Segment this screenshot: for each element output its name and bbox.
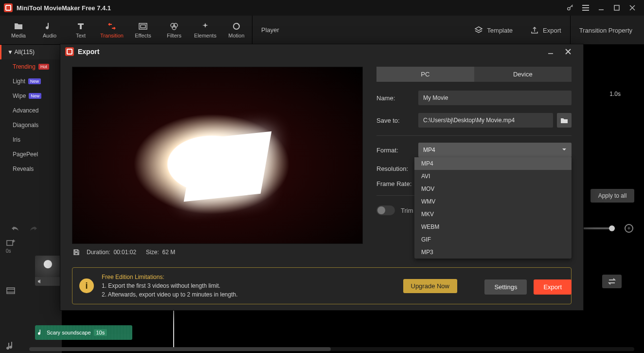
folder-icon [13,22,24,31]
filters-icon [169,22,179,31]
audio-clip-duration: 10s [94,329,107,336]
undo-icon[interactable] [11,225,19,232]
preview-meta: Duration: 00:01:02 Size: 62 M [72,244,363,260]
chevron-down-icon [561,146,568,153]
segment-pc[interactable]: PC [376,67,474,82]
limitations-line2: 2. Afterwards, export video up to 2 minu… [102,290,238,299]
audio-clip[interactable]: Scary soundscape 10s [35,325,132,340]
tab-filters[interactable]: Filters [159,16,190,44]
sidebar-item-wipe[interactable]: WipeNew [0,89,62,103]
svg-rect-9 [7,288,15,294]
export-button-top[interactable]: Export [521,16,570,45]
redo-icon[interactable] [29,225,38,232]
sidebar-item-trending[interactable]: TrendingHot [0,59,62,74]
transition-icon [107,22,117,31]
format-option-mkv[interactable]: MKV [414,208,572,221]
name-input[interactable] [418,91,572,105]
effects-icon [138,22,148,31]
format-option-mp3[interactable]: MP3 [414,246,572,259]
audio-track-icon [6,341,16,351]
sidebar-item-pagepeel[interactable]: PagePeel [0,147,62,162]
app-logo-icon [4,3,13,12]
svg-rect-8 [7,241,13,245]
tab-audio[interactable]: Audio [34,16,65,44]
export-dialog: Export Duration: 00:01:02 Size: 62 M PC … [60,44,584,311]
sparkle-icon [200,22,211,31]
audio-clip-name: Scary soundscape [47,330,91,335]
badge: New [28,78,41,84]
trim-label: Trim [401,207,413,214]
maximize-icon[interactable] [609,0,625,16]
hamburger-icon[interactable] [578,0,593,16]
key-icon[interactable] [562,0,578,16]
name-label: Name: [376,94,414,102]
sidebar-item-diagonals[interactable]: Diagonals [0,118,62,132]
format-option-webm[interactable]: WEBM [414,221,572,233]
format-option-mp4[interactable]: MP4 [414,157,572,170]
tab-elements[interactable]: Elements [190,16,221,44]
zoom-in-icon[interactable]: + [625,224,633,233]
music-note-icon [38,329,44,336]
destination-segment: PC Device [376,67,572,82]
swap-button[interactable] [602,275,622,288]
timeline-scrollbar[interactable] [29,347,634,351]
browse-folder-button[interactable] [557,113,572,128]
limitations-heading: Free Edition Limitations: [102,273,238,281]
app-logo-icon [65,47,74,56]
info-icon: i [79,279,94,293]
apply-to-all-button[interactable]: Apply to all [590,189,634,203]
title-bar: MiniTool MovieMaker Free 7.4.1 [0,0,644,16]
format-option-mov[interactable]: MOV [414,183,572,195]
preview-pane: Duration: 00:01:02 Size: 62 M [72,67,363,260]
duration-marker: 1.0s [609,91,621,97]
motion-icon [231,22,242,31]
preview-image [72,67,363,244]
minimize-icon[interactable] [593,0,609,16]
music-note-icon [44,22,55,31]
sidebar-all[interactable]: ▼ All(115) [0,45,62,59]
framerate-label: Frame Rate: [376,180,414,187]
badge: Hot [38,64,49,70]
export-button[interactable]: Export [534,279,572,295]
format-dropdown: MP4AVIMOVWMVMKVWEBMGIFMP3 [414,157,572,259]
sidebar-item-iris[interactable]: Iris [0,132,62,147]
svg-rect-3 [141,25,145,28]
add-track-icon[interactable]: 0s [6,239,16,254]
dialog-close-icon[interactable] [565,48,578,55]
tab-motion[interactable]: Motion [221,16,252,44]
sidebar-item-reveals[interactable]: Reveals [0,162,62,176]
text-icon [75,22,86,31]
export-form: PC Device Name: Save to: Format: MP4 [376,67,572,260]
app-title: MiniTool MovieMaker Free 7.4.1 [17,4,111,12]
segment-device[interactable]: Device [474,67,572,82]
tab-text[interactable]: Text [65,16,96,44]
format-option-gif[interactable]: GIF [414,233,572,246]
settings-button[interactable]: Settings [484,279,527,295]
tab-transition[interactable]: Transition [96,16,127,44]
template-button[interactable]: Template [465,16,521,45]
tab-effects[interactable]: Effects [127,16,159,44]
sidebar-item-light[interactable]: LightNew [0,74,62,89]
svg-rect-1 [614,5,619,10]
main-tabs: Media Audio Text Transition Effects Filt… [0,16,644,45]
video-track-icon [6,287,16,295]
close-icon[interactable] [625,0,640,16]
upgrade-button[interactable]: Upgrade Now [403,279,458,293]
tab-media[interactable]: Media [3,16,34,44]
dialog-minimize-icon[interactable] [547,48,561,55]
player-panel-label: Player [252,16,465,44]
svg-point-0 [568,7,570,10]
resolution-label: Resolution: [376,165,414,172]
format-option-wmv[interactable]: WMV [414,195,572,208]
format-select[interactable]: MP4 [418,143,572,157]
save-to-label: Save to: [376,117,414,124]
format-option-avi[interactable]: AVI [414,170,572,183]
trim-toggle[interactable] [376,205,395,215]
sidebar-item-advanced[interactable]: Advanced [0,103,62,118]
transition-property-panel: Transition Property [570,16,641,45]
save-icon [73,249,80,256]
dialog-title: Export [78,48,99,56]
limitations-line1: 1. Export the first 3 videos without len… [102,281,238,290]
format-label: Format: [376,147,414,154]
save-to-input[interactable] [418,113,553,128]
